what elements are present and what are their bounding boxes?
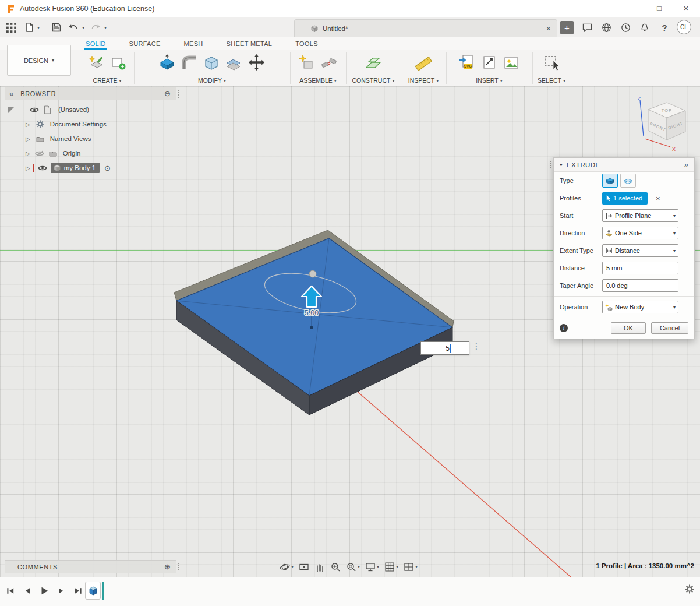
zoom-tool[interactable] bbox=[330, 562, 341, 572]
browser-item-document-settings[interactable]: ▷ Document Settings bbox=[5, 117, 107, 131]
canvas-image-icon[interactable] bbox=[503, 54, 520, 72]
visibility-off-eye-icon[interactable] bbox=[35, 150, 44, 157]
extent-type-dropdown[interactable]: Distance ▾ bbox=[602, 244, 678, 257]
pan-tool[interactable] bbox=[314, 562, 325, 572]
collapse-panel-icon[interactable]: « bbox=[9, 89, 13, 98]
extrude-dialog-header[interactable]: ● EXTRUDE » bbox=[554, 158, 694, 172]
browser-item-my-body[interactable]: ▷ my Body:1 ⊙ bbox=[5, 161, 111, 175]
viewports-tool[interactable]: ▾ bbox=[404, 562, 418, 572]
operation-dropdown[interactable]: New Body ▾ bbox=[602, 301, 678, 313]
go-to-start-button[interactable] bbox=[3, 583, 17, 598]
save-button[interactable] bbox=[50, 17, 63, 37]
sketch-center-point[interactable] bbox=[310, 326, 313, 329]
new-tab-button[interactable]: + bbox=[560, 21, 574, 34]
step-back-button[interactable] bbox=[20, 583, 34, 598]
tab-surface[interactable]: SURFACE bbox=[128, 37, 162, 50]
visibility-eye-icon[interactable] bbox=[30, 107, 39, 113]
body-item-highlighted[interactable]: my Body:1 bbox=[51, 163, 100, 173]
browser-item-origin[interactable]: ▷ Origin bbox=[5, 146, 80, 160]
create-sketch-icon[interactable] bbox=[109, 54, 127, 72]
undo-chevron-icon[interactable]: ▾ bbox=[80, 17, 86, 37]
press-pull-icon[interactable] bbox=[158, 54, 176, 72]
modify-group-label[interactable]: MODIFY▾ bbox=[135, 75, 289, 86]
grid-and-snaps-tool[interactable]: ▾ bbox=[384, 562, 398, 572]
fillet-icon[interactable] bbox=[181, 54, 198, 72]
visibility-eye-icon[interactable] bbox=[38, 165, 47, 171]
distance-value-input[interactable]: 5 bbox=[420, 341, 469, 355]
select-icon[interactable] bbox=[543, 54, 560, 72]
browser-item-named-views[interactable]: ▷ Named Views bbox=[5, 132, 91, 146]
notifications-bell-icon[interactable] bbox=[638, 17, 651, 37]
target-selector-icon[interactable]: ⊙ bbox=[104, 164, 111, 172]
panel-grip[interactable] bbox=[178, 563, 179, 570]
new-component-icon[interactable] bbox=[298, 54, 316, 72]
expander-icon[interactable]: ▷ bbox=[26, 150, 30, 157]
play-button[interactable] bbox=[37, 583, 51, 598]
tab-sheet-metal[interactable]: SHEET METAL bbox=[225, 37, 274, 50]
ok-button[interactable]: OK bbox=[611, 322, 646, 334]
timeline-playhead[interactable] bbox=[102, 582, 104, 600]
input-options-handle-icon[interactable]: ⋮ bbox=[472, 341, 480, 351]
maximize-button[interactable]: □ bbox=[646, 0, 673, 17]
create-group-label[interactable]: CREATE▾ bbox=[82, 75, 133, 86]
document-tab[interactable]: Untitled* × bbox=[294, 19, 557, 37]
measure-icon[interactable] bbox=[415, 54, 432, 72]
info-icon[interactable]: i bbox=[560, 324, 568, 332]
extrude-body-top-face[interactable] bbox=[176, 238, 452, 396]
insert-group-label[interactable]: INSERT▾ bbox=[447, 75, 531, 86]
cancel-button[interactable]: Cancel bbox=[651, 322, 688, 334]
go-to-end-button[interactable] bbox=[71, 583, 85, 598]
app-grid-icon[interactable] bbox=[3, 17, 19, 37]
expander-icon[interactable]: ▷ bbox=[26, 136, 30, 142]
taper-angle-field[interactable]: 0.0 deg bbox=[602, 279, 678, 292]
decal-icon[interactable] bbox=[480, 54, 498, 72]
browser-item-root[interactable]: (Unsaved) bbox=[5, 103, 89, 117]
distance-field[interactable]: 5 mm bbox=[602, 262, 678, 274]
avatar[interactable]: CL bbox=[677, 20, 691, 34]
help-icon[interactable]: ? bbox=[659, 17, 670, 37]
step-forward-button[interactable] bbox=[54, 583, 68, 598]
new-sketch-icon[interactable] bbox=[87, 54, 105, 72]
comments-panel-header[interactable]: COMMENTS ⊕ bbox=[5, 560, 176, 573]
comments-icon[interactable] bbox=[581, 17, 593, 37]
select-group-label[interactable]: SELECT▾ bbox=[533, 75, 570, 86]
dialog-expand-icon[interactable]: » bbox=[684, 160, 688, 169]
redo-chevron-icon[interactable]: ▾ bbox=[102, 17, 108, 37]
look-at-tool[interactable] bbox=[299, 562, 309, 572]
minimize-button[interactable]: ─ bbox=[619, 0, 646, 17]
workspace-selector-button[interactable]: DESIGN ▾ bbox=[7, 45, 71, 76]
shell-icon[interactable] bbox=[203, 54, 220, 72]
display-settings-tool[interactable]: ▾ bbox=[365, 562, 379, 572]
add-comment-icon[interactable]: ⊕ bbox=[164, 562, 171, 571]
globe-icon[interactable] bbox=[600, 17, 613, 37]
browser-display-toggle-icon[interactable]: ⊖ bbox=[164, 89, 171, 98]
redo-button[interactable] bbox=[90, 17, 101, 37]
profiles-selected-chip[interactable]: 1 selected bbox=[602, 192, 648, 205]
start-dropdown[interactable]: Profile Plane ▾ bbox=[602, 209, 678, 222]
fit-zoom-window-tool[interactable]: ▾ bbox=[346, 562, 360, 572]
move-icon[interactable] bbox=[247, 53, 266, 72]
construction-plane-icon[interactable] bbox=[365, 54, 382, 72]
timeline-feature-sketch[interactable] bbox=[85, 582, 101, 600]
clear-selection-icon[interactable]: × bbox=[656, 194, 660, 203]
timeline-settings-gear-icon[interactable] bbox=[685, 584, 694, 596]
assemble-group-label[interactable]: ASSEMBLE▾ bbox=[291, 75, 345, 86]
expander-icon[interactable]: ▷ bbox=[26, 121, 30, 128]
file-menu-chevron-icon[interactable]: ▾ bbox=[36, 17, 41, 37]
undo-button[interactable] bbox=[68, 17, 79, 37]
extrude-type-solid-button[interactable] bbox=[602, 174, 618, 188]
sphere-manipulator[interactable] bbox=[309, 270, 316, 277]
joint-icon[interactable] bbox=[320, 54, 338, 72]
dialog-grip[interactable] bbox=[550, 161, 551, 168]
tab-mesh[interactable]: MESH bbox=[183, 37, 204, 50]
browser-panel-header[interactable]: « BROWSER ⊖ bbox=[5, 87, 176, 100]
panel-grip[interactable] bbox=[178, 90, 179, 98]
orbit-tool[interactable]: ▾ bbox=[280, 562, 294, 572]
close-window-button[interactable]: × bbox=[673, 0, 699, 17]
offset-face-icon[interactable] bbox=[225, 54, 242, 72]
file-menu-icon[interactable] bbox=[23, 17, 35, 37]
inspect-group-label[interactable]: INSPECT▾ bbox=[402, 75, 445, 86]
direction-dropdown[interactable]: One Side ▾ bbox=[602, 227, 678, 239]
view-cube[interactable]: Z X TOP FRONT RIGHT bbox=[632, 93, 696, 154]
expander-icon[interactable]: ▷ bbox=[26, 165, 30, 171]
